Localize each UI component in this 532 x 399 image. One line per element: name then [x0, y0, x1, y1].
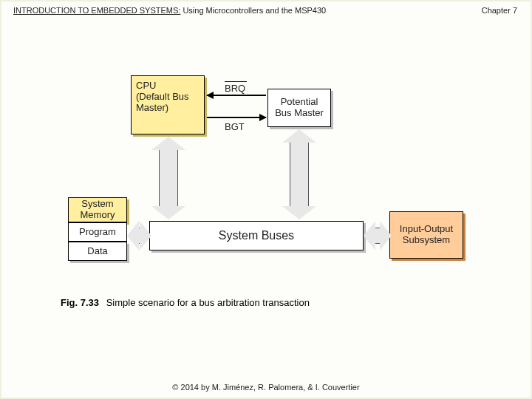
cpu-line3: Master) [136, 102, 168, 113]
figure-caption: Fig. 7.33 Simple scenario for a bus arbi… [61, 297, 310, 308]
page-title: INTRODUCTION TO EMBEDDED SYSTEMS: Using … [13, 6, 326, 15]
arrowhead-icon [127, 221, 139, 250]
figure-caption-text: Simple scenario for a bus arbitration tr… [106, 297, 310, 308]
figure-label: Fig. 7.33 [61, 297, 99, 308]
title-prefix: INTRODUCTION TO EMBEDDED SYSTEMS: [13, 6, 180, 15]
node-system-memory: System Memory [68, 197, 127, 222]
cpu-line2: (Default Bus [136, 91, 189, 102]
arrowhead-icon [282, 206, 316, 219]
double-arrow-mem-bus [127, 221, 151, 250]
arrow-shaft [290, 143, 309, 206]
cpu-line1: CPU [136, 80, 156, 91]
arrow-bgt [207, 117, 266, 118]
node-cpu: CPU (Default Bus Master) [131, 75, 205, 134]
node-potential-bus-master: Potential Bus Master [267, 89, 331, 127]
copyright: © 2014 by M. Jiménez, R. Palomera, & I. … [1, 383, 531, 392]
title-suffix: Using Microcontrollers and the MSP430 [180, 6, 326, 15]
double-arrow-bus-io [364, 221, 392, 250]
double-arrow-cpu-bus [151, 137, 185, 219]
arrowhead-icon [259, 114, 267, 121]
chapter-label: Chapter 7 [482, 6, 517, 15]
arrowhead-icon [282, 129, 316, 143]
label-bgt: BGT [225, 121, 245, 132]
arrowhead-icon [206, 92, 214, 99]
arrowhead-icon [140, 221, 151, 250]
slide: INTRODUCTION TO EMBEDDED SYSTEMS: Using … [0, 0, 532, 399]
overline-brq [225, 81, 247, 82]
arrowhead-icon [151, 137, 185, 150]
arrowhead-icon [380, 221, 392, 250]
figure: CPU (Default Bus Master) Potential Bus M… [61, 68, 474, 327]
label-brq: BRQ [225, 83, 245, 94]
arrowhead-icon [151, 206, 185, 219]
arrow-shaft [159, 150, 178, 206]
arrowhead-icon [364, 221, 375, 250]
double-arrow-pbm-bus [282, 129, 316, 219]
node-system-buses: System Buses [149, 221, 364, 250]
arrow-brq [207, 95, 266, 96]
node-program: Program [68, 222, 127, 242]
node-data: Data [68, 242, 127, 261]
node-io-subsystem: Input-Output Subsystem [389, 211, 463, 259]
